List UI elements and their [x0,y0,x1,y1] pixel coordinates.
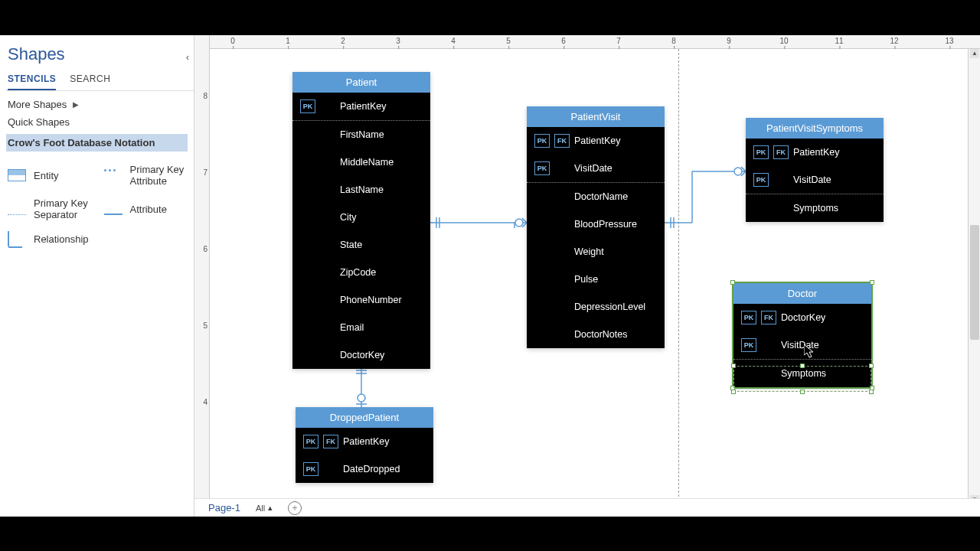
entity-patient-visit[interactable]: PatientVisit PKFKPatientKeyPKFKVisitDate… [527,106,665,348]
shape-list: Entity Primary Key Attribute Primary Key… [6,152,194,259]
pk-badge: PK [534,161,550,175]
attribute-name: MiddleName [340,157,423,168]
ruler-tick: 6 [561,37,566,45]
attribute-name: BloodPressure [574,219,657,230]
attribute-name: DoctorNotes [574,329,657,340]
entity-patient-visit-symptoms[interactable]: PatientVisitSymptoms PKFKPatientKeyPKFKV… [746,118,884,222]
scroll-thumb[interactable] [970,225,979,340]
attribute-name: PatientKey [793,147,876,158]
ruler-tick: 10 [779,37,788,45]
attribute-name: Pulse [574,274,657,285]
entity-row[interactable]: PKFKDoctorKey [733,304,871,331]
shape-label: Primary Key Attribute [130,164,193,187]
pk-badge: PK [741,338,756,352]
attribute-name: PatientKey [574,135,657,146]
attribute-name: VisitDate [781,340,864,350]
shape-attribute[interactable]: Attribute [104,194,193,223]
attribute-name: DateDropped [343,464,426,474]
attribute-name: DoctorKey [340,350,423,360]
entity-row[interactable]: PKDoctorName [527,183,665,210]
shape-label: Relationship [34,233,89,245]
all-pages-button[interactable]: All ▴ [256,503,273,513]
quick-shapes-button[interactable]: Quick Shapes [6,113,194,131]
entity-patient[interactable]: Patient PKFKPatientKeyPKFirstNamePKMiddl… [292,72,430,369]
page-boundary [678,49,679,504]
pk-badge: PK [300,99,315,113]
svg-point-14 [358,394,365,402]
fk-badge: FK [773,145,789,159]
attribute-name: LastName [340,184,423,195]
entity-row[interactable]: PKDepressionLevel [527,293,665,321]
shape-primary-key-separator[interactable]: Primary Key Separator [8,194,96,223]
entity-row[interactable]: PKFKVisitDate [527,155,665,183]
active-stencil[interactable]: Crow's Foot Database Notation [6,134,188,152]
pk-badge: PK [303,462,318,476]
entity-row[interactable]: PKEmail [292,314,430,341]
pk-badge: PK [741,311,756,324]
attribute-name: ZipCode [340,267,423,278]
shape-primary-key-attribute[interactable]: Primary Key Attribute [104,161,193,190]
add-page-button[interactable]: ＋ [288,501,302,515]
shape-entity[interactable]: Entity [8,161,96,190]
vertical-scrollbar[interactable]: ▲ ▼ [968,49,980,504]
drawing-canvas[interactable]: Patient PKFKPatientKeyPKFirstNamePKMiddl… [210,49,980,504]
tab-stencils[interactable]: STENCILS [8,70,56,90]
entity-icon [8,169,26,181]
entity-header: PatientVisitSymptoms [746,118,884,139]
collapse-pane-button[interactable]: ‹ [186,52,189,63]
entity-row[interactable]: PKFKPatientKey [296,428,433,455]
relationship-icon [8,231,26,246]
page-tab-bar: Page-1 All ▴ ＋ [194,498,980,517]
entity-row[interactable]: PKBloodPressure [527,210,665,238]
svg-point-10 [734,168,742,175]
canvas-area: 0 1 2 3 4 5 6 7 8 9 10 11 12 13 [210,35,980,517]
entity-row[interactable]: PKFKPatientKey [746,139,884,166]
pk-sep-icon [8,203,26,215]
pk-badge: PK [303,435,318,448]
attribute-name: VisitDate [793,174,876,185]
entity-row[interactable]: PKPhoneNumber [292,286,430,314]
attribute-name: DoctorName [574,191,657,202]
entity-row[interactable]: PKCity [292,204,430,231]
entity-row[interactable]: PKZipCode [292,259,430,286]
ruler-tick: 7 [616,37,621,45]
entity-dropped-patient[interactable]: DroppedPatient PKFKPatientKeyPKFKDateDro… [296,407,433,483]
more-shapes-button[interactable]: More Shapes ▶ [6,91,194,113]
fk-badge: FK [761,311,776,324]
app-viewport: ‹ Shapes STENCILS SEARCH More Shapes ▶ Q… [0,35,980,517]
entity-row[interactable]: PKFKDateDropped [296,455,433,483]
entity-rows: PKFKPatientKeyPKFKVisitDatePKSymptoms [746,139,884,222]
entity-row[interactable]: PKState [292,231,430,259]
entity-row[interactable]: PKWeight [527,238,665,266]
pk-badge: PK [753,145,769,159]
entity-header: Doctor [733,283,871,304]
shape-relationship[interactable]: Relationship [8,228,96,249]
entity-row[interactable]: PKFKPatientKey [292,93,430,121]
ruler-tick: 7 [203,168,207,177]
entity-row[interactable]: PKFKPatientKey [527,127,665,155]
attribute-name: DoctorKey [781,312,864,323]
attribute-name: PatientKey [340,101,423,112]
page-tab[interactable]: Page-1 [208,502,240,514]
shapes-pane: ‹ Shapes STENCILS SEARCH More Shapes ▶ Q… [0,35,194,517]
entity-row[interactable]: PKFKVisitDate [746,166,884,194]
attribute-name: Email [340,322,423,333]
entity-rows: PKFKPatientKeyPKFirstNamePKMiddleNamePKL… [292,93,430,369]
entity-row[interactable]: PKFKVisitDate [733,331,871,360]
entity-row[interactable]: PKMiddleName [292,148,430,176]
entity-row[interactable]: PKFirstName [292,121,430,148]
entity-row[interactable]: PKLastName [292,176,430,204]
scroll-up-icon[interactable]: ▲ [970,49,979,58]
ruler-tick: 0 [230,37,235,45]
pane-title: Shapes [6,41,194,70]
tab-search[interactable]: SEARCH [70,70,110,90]
ruler-tick: 9 [727,37,731,45]
attribute-name: DepressionLevel [574,302,657,312]
entity-row[interactable]: PKDoctorKey [292,341,430,369]
entity-row[interactable]: PKDoctorNotes [527,321,665,348]
svg-point-3 [515,219,523,227]
entity-row[interactable]: PKPulse [527,266,665,293]
entity-row[interactable]: PKSymptoms [746,194,884,222]
ruler-tick: 8 [203,92,207,100]
attribute-name: Symptoms [793,203,876,214]
